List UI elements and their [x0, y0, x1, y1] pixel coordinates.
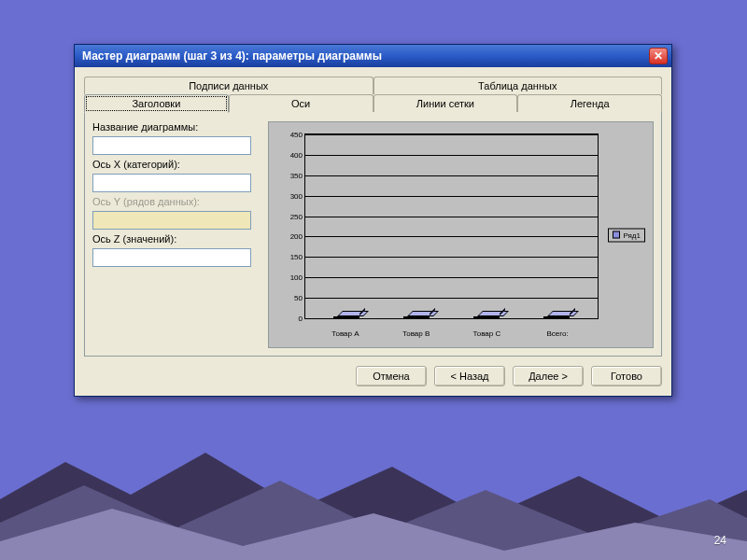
tab-panel-titles: Название диаграммы: Ось X (категорий): О…	[84, 111, 662, 357]
back-button[interactable]: < Назад	[434, 366, 505, 386]
plot-area: 050100150200250300350400450	[304, 133, 599, 319]
x-axis-labels: Товар AТовар BТовар CВсего:	[304, 329, 599, 338]
chart-preview: 050100150200250300350400450 Товар AТовар…	[268, 121, 654, 348]
titlebar[interactable]: Мастер диаграмм (шаг 3 из 4): параметры …	[75, 45, 671, 67]
legend-box: Ряд1	[608, 228, 645, 242]
tab-axes[interactable]: Оси	[229, 94, 374, 112]
close-icon[interactable]: ✕	[649, 48, 668, 64]
y-tick-label: 200	[290, 232, 303, 241]
bar	[543, 316, 570, 318]
x-tick-label: Товар C	[459, 329, 515, 338]
slide-background: 24 Мастер диаграмм (шаг 3 из 4): парамет…	[0, 0, 747, 560]
gridline	[305, 318, 598, 319]
legend-swatch-icon	[613, 231, 620, 239]
y-tick-label: 400	[290, 150, 303, 159]
bar-wrap	[318, 316, 374, 318]
tab-data-labels[interactable]: Подписи данных	[84, 77, 374, 94]
input-chart-title[interactable]	[92, 136, 251, 155]
y-tick-label: 350	[290, 171, 303, 179]
label-chart-title: Название диаграммы:	[92, 121, 261, 133]
y-tick-label: 300	[290, 191, 303, 200]
label-axis-x: Ось X (категорий):	[92, 159, 261, 170]
bar	[473, 316, 500, 318]
input-axis-x[interactable]	[92, 174, 251, 192]
window-title: Мастер диаграмм (шаг 3 из 4): параметры …	[82, 49, 649, 63]
y-tick-label: 150	[290, 253, 303, 261]
y-tick-label: 100	[290, 273, 303, 282]
y-tick-label: 450	[290, 131, 303, 139]
dialog-buttons: Отмена < Назад Далее > Готово	[84, 357, 662, 386]
page-number: 24	[714, 534, 726, 547]
tab-legend[interactable]: Легенда	[517, 94, 662, 112]
label-axis-z: Ось Z (значений):	[92, 233, 261, 245]
next-button[interactable]: Далее >	[513, 366, 584, 386]
bars-container	[305, 134, 598, 318]
bar-wrap	[388, 316, 444, 318]
input-axis-z[interactable]	[92, 248, 251, 267]
y-tick-label: 250	[290, 212, 303, 220]
tab-gridlines[interactable]: Линии сетки	[374, 94, 518, 112]
x-tick-label: Товар A	[317, 329, 374, 338]
cancel-button[interactable]: Отмена	[356, 366, 427, 386]
dialog-window: Мастер диаграмм (шаг 3 из 4): параметры …	[74, 44, 672, 397]
window-client: Подписи данных Таблица данных Заголовки …	[75, 67, 671, 396]
chart-outer: 050100150200250300350400450 Товар AТовар…	[275, 128, 647, 342]
mountains-graphic	[0, 411, 747, 560]
tab-titles[interactable]: Заголовки	[84, 94, 229, 113]
bar-wrap	[529, 316, 585, 318]
input-axis-y	[92, 211, 251, 230]
tab-data-table[interactable]: Таблица данных	[374, 77, 663, 94]
label-axis-y: Ось Y (рядов данных):	[92, 196, 261, 207]
tabs-row-front: Заголовки Оси Линии сетки Легенда	[84, 94, 662, 112]
form-column: Название диаграммы: Ось X (категорий): О…	[92, 121, 261, 348]
finish-button[interactable]: Готово	[591, 366, 662, 386]
x-tick-label: Всего:	[529, 329, 585, 338]
legend-entry: Ряд1	[623, 231, 641, 239]
bar	[403, 316, 430, 318]
x-tick-label: Товар B	[388, 329, 444, 338]
y-tick-label: 0	[299, 315, 303, 323]
y-tick-label: 50	[294, 294, 303, 302]
bar	[333, 316, 359, 318]
bar-wrap	[459, 316, 514, 318]
tabs-row-back: Подписи данных Таблица данных	[84, 77, 662, 94]
